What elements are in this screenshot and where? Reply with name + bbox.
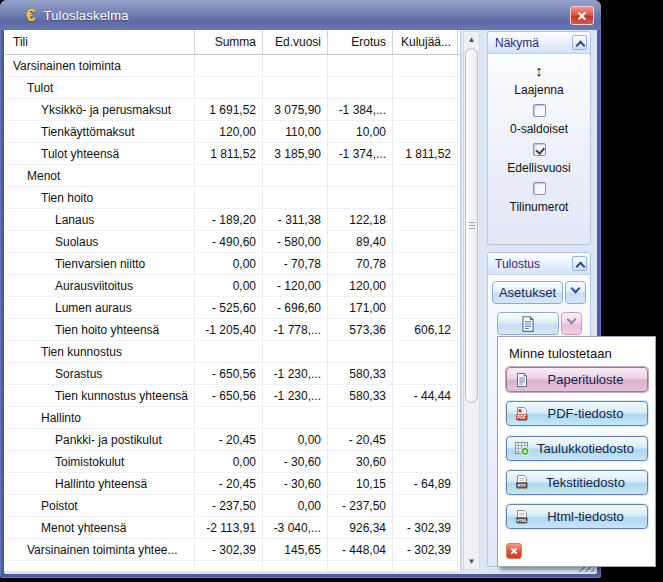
asetukset-button[interactable]: Asetukset xyxy=(492,281,563,304)
table-row[interactable]: Tien hoito xyxy=(4,187,460,209)
table-row[interactable]: Menot yhteensä-2 113,91-3 040,...926,34-… xyxy=(4,517,460,539)
checkbox-edellisvuosi[interactable] xyxy=(533,143,546,156)
cell-ed-vuosi: - 30,60 xyxy=(263,473,328,494)
table-row[interactable]: Hallinto xyxy=(4,407,460,429)
table-row[interactable]: Hallinto yhteensä- 20,45- 30,6010,15- 64… xyxy=(4,473,460,495)
table-row[interactable]: Tienkäyttömaksut120,00110,0010,00 xyxy=(4,121,460,143)
table-row[interactable]: Varsinainen toiminta yhtee...- 302,39145… xyxy=(4,539,460,561)
table-body: Varsinainen toimintaTulotYksikkö- ja per… xyxy=(4,55,460,571)
cell-kulujaama xyxy=(393,451,458,472)
print-option-tekstitiedosto[interactable]: RTFTekstitiedosto xyxy=(506,470,648,495)
popup-title: Minne tulostetaan xyxy=(509,346,612,361)
table-row[interactable]: Tienvarsien niitto0,00- 70,7870,78 xyxy=(4,253,460,275)
column-header-erotus[interactable]: Erotus xyxy=(328,30,393,54)
table-row[interactable]: Pankki- ja postikulut- 20,450,00- 20,45 xyxy=(4,429,460,451)
cell-kulujaama: 606,12 xyxy=(393,319,458,340)
table-row[interactable]: Aurausviitoitus0,00- 120,00120,00 xyxy=(4,275,460,297)
table-row[interactable]: Tulot xyxy=(4,77,460,99)
cell-erotus xyxy=(328,55,393,76)
cell-erotus: - 20,45 xyxy=(328,429,393,450)
cell-ed-vuosi: - 311,38 xyxy=(263,209,328,230)
report-table: TiliSummaEd.vuosiErotusKulujää... Varsin… xyxy=(4,30,461,571)
cell-erotus: 580,33 xyxy=(328,385,393,406)
cell-tili: Aurausviitoitus xyxy=(4,275,195,296)
print-option-taulukkotiedosto[interactable]: aTaulukkotiedosto xyxy=(506,436,648,461)
table-row[interactable]: Suolaus- 490,60- 580,0089,40 xyxy=(4,231,460,253)
collapse-panel-button[interactable] xyxy=(572,35,587,50)
svg-text:a: a xyxy=(524,448,527,454)
table-row[interactable]: Yksikkö- ja perusmaksut1 691,523 075,90-… xyxy=(4,99,460,121)
table-row[interactable]: Tien hoito yhteensä-1 205,40-1 778,...57… xyxy=(4,319,460,341)
cell-ed-vuosi xyxy=(263,55,328,76)
panel-nakyma-body: ↕Laajenna0-saldoisetEdellisvuosiTilinume… xyxy=(488,54,590,221)
cell-ed-vuosi xyxy=(263,77,328,98)
html-icon: HTML xyxy=(514,509,530,525)
window-close-button[interactable] xyxy=(570,6,594,25)
cell-filler xyxy=(458,495,460,516)
window-titlebar[interactable]: € Tuloslaskelma xyxy=(0,0,601,30)
column-header-ed-vuosi[interactable]: Ed.vuosi xyxy=(263,30,328,54)
print-option-pdf-tiedosto[interactable]: PDFPDF-tiedosto xyxy=(506,401,648,426)
table-row[interactable]: Toimistokulut0,00- 30,6030,60 xyxy=(4,451,460,473)
cell-filler xyxy=(458,341,460,362)
table-row[interactable]: Menot xyxy=(4,165,460,187)
table-row[interactable] xyxy=(4,561,460,571)
panel-nakyma-header[interactable]: Näkymä xyxy=(488,32,590,54)
checkbox-0-saldoiset[interactable] xyxy=(533,104,546,117)
print-button[interactable] xyxy=(497,312,559,335)
collapse-panel-button[interactable] xyxy=(572,256,587,271)
column-header-filler xyxy=(458,30,460,54)
scroll-down-arrow-icon[interactable]: ▼ xyxy=(464,554,479,569)
cell-summa: 120,00 xyxy=(195,121,263,142)
cell-summa: - 525,60 xyxy=(195,297,263,318)
checkbox-tilinumerot[interactable] xyxy=(533,182,546,195)
table-row[interactable]: Lumen auraus- 525,60- 696,60171,00 xyxy=(4,297,460,319)
table-row[interactable]: Varsinainen toiminta xyxy=(4,55,460,77)
print-option-paperituloste[interactable]: Paperituloste xyxy=(506,367,648,392)
print-option-label: Taulukkotiedosto xyxy=(530,441,641,456)
print-dropdown-button[interactable] xyxy=(561,312,582,335)
table-row[interactable]: Poistot- 237,500,00- 237,50 xyxy=(4,495,460,517)
table-row[interactable]: Tulot yhteensä1 811,523 185,90-1 374,...… xyxy=(4,143,460,165)
column-header-kuluj-[interactable]: Kulujää... xyxy=(393,30,458,54)
cell-erotus: 573,36 xyxy=(328,319,393,340)
cell-summa xyxy=(195,407,263,428)
asetukset-dropdown-button[interactable] xyxy=(565,281,586,304)
cell-ed-vuosi: 0,00 xyxy=(263,495,328,516)
cell-tili: Tien hoito xyxy=(4,187,195,208)
label-edellisvuosi: Edellisvuosi xyxy=(507,161,570,175)
cell-erotus: -1 374,... xyxy=(328,143,393,164)
print-destination-popup: Minne tulostetaan PaperitulostePDFPDF-ti… xyxy=(497,336,656,567)
table-row[interactable]: Tien kunnostus yhteensä- 650,56-1 230,..… xyxy=(4,385,460,407)
cell-erotus: - 237,50 xyxy=(328,495,393,516)
panel-tulostus-header[interactable]: Tulostus xyxy=(488,253,590,275)
cell-kulujaama xyxy=(393,561,458,571)
table-row[interactable]: Tien kunnostus xyxy=(4,341,460,363)
cell-filler xyxy=(458,99,460,120)
table-row[interactable]: Lanaus- 189,20- 311,38122,18 xyxy=(4,209,460,231)
panel-nakyma: Näkymä ↕Laajenna0-saldoisetEdellisvuosiT… xyxy=(487,31,591,245)
scrollbar-thumb[interactable] xyxy=(465,48,478,403)
cell-erotus xyxy=(328,561,393,571)
cell-kulujaama: - 64,89 xyxy=(393,473,458,494)
cell-tili: Suolaus xyxy=(4,231,195,252)
close-x-icon xyxy=(577,11,587,21)
popup-close-button[interactable] xyxy=(506,543,522,559)
cell-summa xyxy=(195,187,263,208)
cell-tili: Hallinto xyxy=(4,407,195,428)
cell-erotus: - 448,04 xyxy=(328,539,393,560)
cell-summa: 0,00 xyxy=(195,253,263,274)
cell-filler xyxy=(458,275,460,296)
expand-vertical-icon[interactable]: ↕ xyxy=(535,63,543,78)
table-vertical-scrollbar[interactable]: ▲ ▼ xyxy=(463,31,480,570)
scroll-up-arrow-icon[interactable]: ▲ xyxy=(464,32,479,47)
print-option-html-tiedosto[interactable]: HTMLHtml-tiedosto xyxy=(506,504,648,529)
column-header-tili[interactable]: Tili xyxy=(4,30,195,54)
cell-summa xyxy=(195,165,263,186)
table-row[interactable]: Sorastus- 650,56-1 230,...580,33 xyxy=(4,363,460,385)
cell-tili: Pankki- ja postikulut xyxy=(4,429,195,450)
cell-ed-vuosi: 0,00 xyxy=(263,429,328,450)
column-header-summa[interactable]: Summa xyxy=(195,30,263,54)
cell-ed-vuosi: -1 230,... xyxy=(263,363,328,384)
cell-tili: Toimistokulut xyxy=(4,451,195,472)
